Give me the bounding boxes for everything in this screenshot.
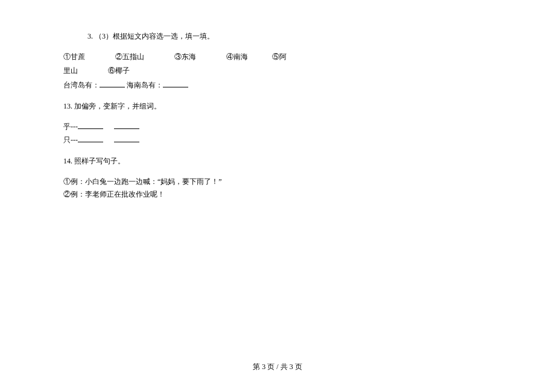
fill-line: 台湾岛有： 海南岛有： bbox=[63, 79, 492, 92]
q13-blank-1a bbox=[78, 121, 103, 129]
q13-line-2: 只--- bbox=[63, 134, 492, 147]
footer-text: 第 3 页 / 共 3 页 bbox=[253, 362, 302, 371]
taiwan-blank bbox=[100, 79, 125, 87]
question-14: 14. 照样子写句子。 bbox=[63, 155, 492, 168]
option-1: ①甘蔗 bbox=[63, 52, 85, 61]
q13-text: 加偏旁，变新字，并组词。 bbox=[74, 102, 161, 110]
question-3: 3. （3）根据短文内容选一选，填一填。 bbox=[87, 30, 492, 43]
q3-label: （3）根据短文内容选一选，填一填。 bbox=[95, 32, 214, 40]
q3-number: 3. bbox=[87, 32, 93, 40]
q13-blank-2b bbox=[114, 134, 139, 142]
option-2: ②五指山 bbox=[115, 52, 144, 61]
hainan-blank bbox=[163, 79, 188, 87]
page-content: 3. （3）根据短文内容选一选，填一填。 ①甘蔗②五指山③东海④南海⑤阿 里山⑥… bbox=[63, 30, 492, 201]
option-6: ⑥椰子 bbox=[108, 66, 130, 75]
q13-blank-1b bbox=[114, 121, 139, 129]
q13-char-2: 只--- bbox=[63, 136, 78, 144]
options-line-1: ①甘蔗②五指山③东海④南海⑤阿 bbox=[63, 51, 492, 64]
q13-blank-2a bbox=[78, 134, 103, 142]
taiwan-label: 台湾岛有： bbox=[63, 81, 100, 89]
option-5b: 里山 bbox=[63, 66, 78, 75]
q13-char-1: 乎--- bbox=[63, 122, 78, 131]
option-5a: ⑤阿 bbox=[272, 52, 287, 61]
q13-number: 13. bbox=[63, 102, 72, 110]
q14-number: 14. bbox=[63, 157, 72, 165]
hainan-label: 海南岛有： bbox=[125, 81, 163, 89]
options-line-2: 里山⑥椰子 bbox=[63, 65, 492, 78]
q14-example-1: ①例：小白兔一边跑一边喊：“妈妈，要下雨了！” bbox=[63, 175, 492, 189]
page-footer: 第 3 页 / 共 3 页 bbox=[0, 361, 555, 374]
option-3: ③东海 bbox=[174, 52, 196, 61]
q14-example-2: ②例：李老师正在批改作业呢！ bbox=[63, 188, 492, 201]
question-13: 13. 加偏旁，变新字，并组词。 bbox=[63, 100, 492, 113]
q13-line-1: 乎--- bbox=[63, 121, 492, 134]
q14-text: 照样子写句子。 bbox=[74, 157, 125, 165]
option-4: ④南海 bbox=[226, 52, 248, 61]
